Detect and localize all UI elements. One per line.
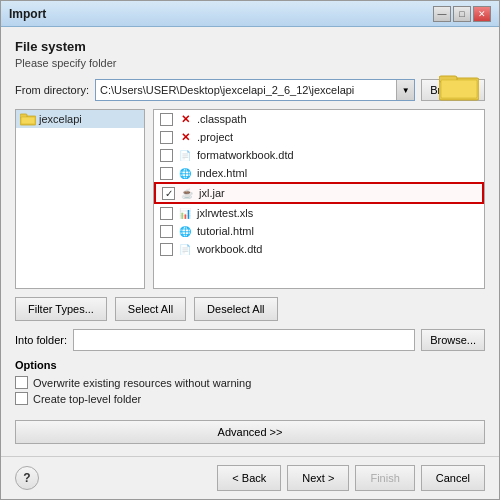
tree-label-jexcelapi: jexcelapi [39, 113, 82, 125]
checkbox-jxlrwtest[interactable] [160, 207, 173, 220]
title-bar: Import — □ ✕ [1, 1, 499, 27]
checkbox-workbook[interactable] [160, 243, 173, 256]
overwrite-label: Overwrite existing resources without war… [33, 377, 251, 389]
close-button[interactable]: ✕ [473, 6, 491, 22]
select-all-button[interactable]: Select All [115, 297, 186, 321]
large-folder-icon [439, 69, 479, 106]
list-item[interactable]: 📄 formatworkbook.dtd [154, 146, 484, 164]
file-panel: jexcelapi ✕ .classpath ✕ .project [15, 109, 485, 289]
checkbox-classpath[interactable] [160, 113, 173, 126]
help-button[interactable]: ? [15, 466, 39, 490]
dialog-content: File system Please specify folder From d… [1, 27, 499, 456]
checkbox-index[interactable] [160, 167, 173, 180]
minimize-button[interactable]: — [433, 6, 451, 22]
filename-workbook: workbook.dtd [197, 243, 262, 255]
list-item[interactable]: 🌐 index.html [154, 164, 484, 182]
next-button[interactable]: Next > [287, 465, 349, 491]
overwrite-option-row: Overwrite existing resources without war… [15, 376, 485, 389]
import-dialog: Import — □ ✕ File system Please specify … [0, 0, 500, 500]
directory-input-wrap: ▼ [95, 79, 415, 101]
filename-jxlrwtest: jxlrwtest.xls [197, 207, 253, 219]
action-buttons-row: Filter Types... Select All Deselect All [15, 297, 485, 321]
back-button[interactable]: < Back [217, 465, 281, 491]
right-file-panel: ✕ .classpath ✕ .project 📄 formatworkbook… [153, 109, 485, 289]
tree-item-jexcelapi[interactable]: jexcelapi [16, 110, 144, 128]
options-title: Options [15, 359, 485, 371]
doc-icon: 📄 [178, 148, 192, 162]
advanced-button[interactable]: Advanced >> [15, 420, 485, 444]
filename-project: .project [197, 131, 233, 143]
section-title: File system [15, 39, 485, 54]
checkbox-tutorial[interactable] [160, 225, 173, 238]
checkbox-project[interactable] [160, 131, 173, 144]
list-item[interactable]: 📊 jxlrwtest.xls [154, 204, 484, 222]
into-folder-row: Into folder: Browse... [15, 329, 485, 351]
directory-input[interactable] [96, 84, 396, 96]
create-toplevel-label: Create top-level folder [33, 393, 141, 405]
create-toplevel-checkbox[interactable] [15, 392, 28, 405]
checkbox-jxljar[interactable] [162, 187, 175, 200]
bottom-navigation-bar: ? < Back Next > Finish Cancel [1, 456, 499, 499]
finish-button[interactable]: Finish [355, 465, 414, 491]
directory-dropdown-arrow[interactable]: ▼ [396, 80, 414, 100]
into-folder-input[interactable] [73, 329, 415, 351]
x-icon: ✕ [178, 130, 192, 144]
into-folder-label: Into folder: [15, 334, 67, 346]
deselect-all-button[interactable]: Deselect All [194, 297, 277, 321]
html-icon: 🌐 [178, 166, 192, 180]
create-toplevel-option-row: Create top-level folder [15, 392, 485, 405]
list-item[interactable]: ✕ .classpath [154, 110, 484, 128]
jar-icon: ☕ [180, 186, 194, 200]
list-item[interactable]: 📄 workbook.dtd [154, 240, 484, 258]
svg-rect-5 [21, 117, 35, 124]
from-directory-label: From directory: [15, 84, 89, 96]
window-title: Import [9, 7, 433, 21]
into-folder-browse-button[interactable]: Browse... [421, 329, 485, 351]
filename-index: index.html [197, 167, 247, 179]
filter-types-button[interactable]: Filter Types... [15, 297, 107, 321]
title-buttons: — □ ✕ [433, 6, 491, 22]
cancel-button[interactable]: Cancel [421, 465, 485, 491]
list-item[interactable]: ✕ .project [154, 128, 484, 146]
left-tree-panel: jexcelapi [15, 109, 145, 289]
filename-tutorial: tutorial.html [197, 225, 254, 237]
x-icon: ✕ [178, 112, 192, 126]
filename-formatworkbook: formatworkbook.dtd [197, 149, 294, 161]
filename-classpath: .classpath [197, 113, 247, 125]
doc-icon2: 📄 [178, 242, 192, 256]
list-item[interactable]: 🌐 tutorial.html [154, 222, 484, 240]
from-directory-row: From directory: ▼ Browse... [15, 79, 485, 101]
list-item-jxljar[interactable]: ☕ jxl.jar [154, 182, 484, 204]
xls-icon: 📊 [178, 206, 192, 220]
options-section: Options Overwrite existing resources wit… [15, 359, 485, 408]
maximize-button[interactable]: □ [453, 6, 471, 22]
overwrite-checkbox[interactable] [15, 376, 28, 389]
folder-open-icon [20, 112, 36, 126]
checkbox-formatworkbook[interactable] [160, 149, 173, 162]
html-icon2: 🌐 [178, 224, 192, 238]
section-subtitle: Please specify folder [15, 57, 485, 69]
svg-rect-2 [441, 80, 477, 98]
filename-jxljar: jxl.jar [199, 187, 225, 199]
